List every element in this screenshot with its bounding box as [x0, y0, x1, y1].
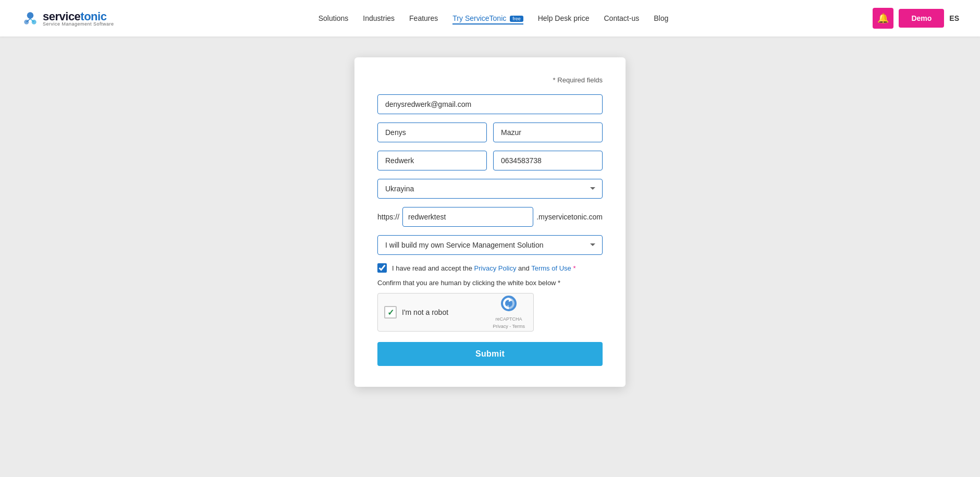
logo-icon — [21, 9, 40, 28]
privacy-policy-link[interactable]: Privacy Policy — [474, 264, 517, 272]
privacy-checkbox-row: I have read and accept the Privacy Polic… — [377, 263, 603, 273]
recaptcha-brand: reCAPTCHA — [496, 316, 522, 323]
email-field[interactable] — [377, 94, 603, 114]
country-select[interactable]: Ukrayina Ukraine United States Spain Ger… — [377, 179, 603, 199]
recaptcha-checkbox[interactable]: ✓ — [384, 306, 397, 319]
last-name-group — [493, 123, 603, 142]
required-note: * Required fields — [377, 76, 603, 84]
recaptcha-box[interactable]: ✓ I'm not a robot reCAPTCHA Privacy - Te… — [377, 293, 534, 332]
service-select[interactable]: I will build my own Service Management S… — [377, 235, 603, 255]
url-suffix: .myservicetonic.com — [534, 213, 603, 221]
submit-button[interactable]: Submit — [377, 342, 603, 366]
company-phone-row — [377, 151, 603, 170]
first-name-group — [377, 123, 487, 142]
logo-subtitle: Service Management Software — [43, 21, 114, 27]
svg-point-0 — [27, 12, 34, 19]
nav-features[interactable]: Features — [409, 12, 438, 25]
page-content: * Required fields Ukrayina — [0, 36, 980, 477]
nav-help-desk-price[interactable]: Help Desk price — [538, 12, 590, 25]
language-button[interactable]: ES — [949, 14, 959, 22]
nav-solutions[interactable]: Solutions — [318, 12, 349, 25]
phone-group — [493, 151, 603, 170]
nav-contact-us[interactable]: Contact-us — [604, 12, 639, 25]
url-field[interactable] — [402, 207, 533, 227]
country-group: Ukrayina Ukraine United States Spain Ger… — [377, 179, 603, 199]
nav-industries[interactable]: Industries — [363, 12, 395, 25]
company-group — [377, 151, 487, 170]
checkbox-required-star: * — [573, 264, 575, 272]
recaptcha-label: I'm not a robot — [402, 308, 448, 316]
logo[interactable]: servicetonic Service Management Software — [21, 9, 114, 28]
service-group: I will build my own Service Management S… — [377, 235, 603, 255]
privacy-label: I have read and accept the Privacy Polic… — [392, 264, 575, 272]
recaptcha-privacy-terms: Privacy - Terms — [493, 324, 525, 330]
demo-button[interactable]: Demo — [899, 9, 944, 28]
registration-form-card: * Required fields Ukrayina — [354, 57, 626, 387]
nav-try[interactable]: Try ServiceTonic free — [452, 12, 523, 25]
url-row: https:// .myservicetonic.com — [377, 207, 603, 227]
last-name-field[interactable] — [493, 123, 603, 142]
recaptcha-checkmark: ✓ — [387, 308, 394, 317]
nav-menu: Solutions Industries Features Try Servic… — [318, 12, 668, 25]
bell-button[interactable]: 🔔 — [873, 8, 893, 29]
terms-link[interactable]: Terms of Use — [531, 264, 571, 272]
confirm-text: Confirm that you are human by clicking t… — [377, 279, 603, 287]
privacy-checkbox[interactable] — [377, 263, 387, 273]
recaptcha-left: ✓ I'm not a robot — [384, 306, 448, 319]
phone-field[interactable] — [493, 151, 603, 170]
try-badge: free — [510, 16, 523, 22]
navbar: servicetonic Service Management Software… — [0, 0, 980, 36]
recaptcha-right: reCAPTCHA Privacy - Terms — [493, 295, 525, 329]
navbar-right: 🔔 Demo ES — [873, 8, 959, 29]
company-field[interactable] — [377, 151, 487, 170]
email-group — [377, 94, 603, 114]
first-name-field[interactable] — [377, 123, 487, 142]
name-row — [377, 123, 603, 142]
recaptcha-svg — [500, 295, 517, 312]
url-prefix: https:// — [377, 213, 401, 221]
recaptcha-logo-icon — [500, 295, 517, 315]
nav-blog[interactable]: Blog — [654, 12, 668, 25]
